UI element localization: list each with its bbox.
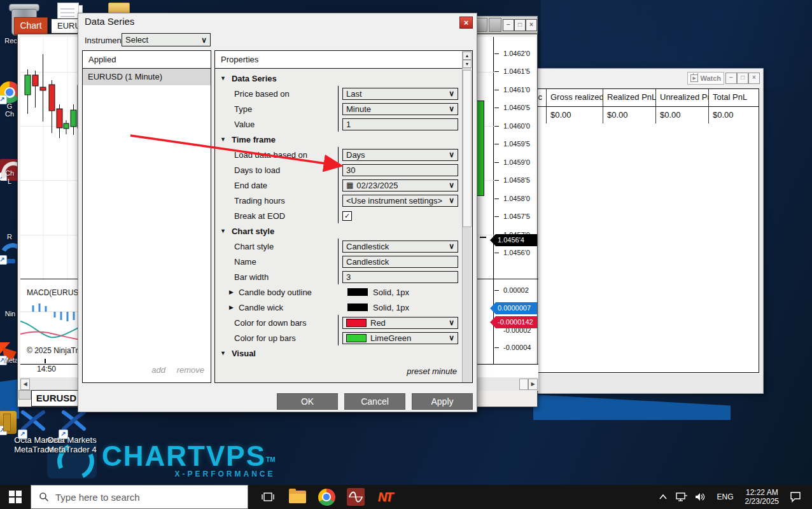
chart-maximize-button[interactable]: □ (514, 19, 526, 31)
chart-close-button[interactable]: × (526, 19, 537, 31)
trading-hours-select[interactable]: <Use instrument settings>∨ (342, 195, 458, 207)
ok-button[interactable]: OK (277, 393, 338, 410)
field-value: Last (346, 89, 362, 99)
scroll-left-button[interactable]: ◀ (20, 379, 30, 390)
value-input[interactable]: 1 (342, 118, 458, 130)
property-label: Price based on (215, 89, 338, 99)
search-placeholder: Type here to search (55, 492, 140, 503)
remove-button[interactable]: remove (177, 365, 204, 375)
blue-app-label[interactable]: R (0, 233, 19, 241)
ninjatrader-data-button[interactable] (341, 485, 370, 509)
chart-minimize-button[interactable]: − (503, 19, 514, 31)
load-data-based-on-select[interactable]: Days∨ (342, 149, 458, 161)
watch-col-realized-pnl[interactable]: Realized PnL (603, 89, 656, 106)
octa-mt4-label-line2[interactable]: MetaTrader 4 (43, 445, 101, 454)
color-down-bars-select[interactable]: Red∨ (342, 317, 458, 329)
section-chart-style[interactable]: ▼Chart style (215, 223, 463, 239)
row-end-date: End date ▦02/23/2025∨ (215, 178, 463, 193)
watch-maximize-button[interactable]: □ (737, 73, 748, 84)
scroll-up-icon[interactable]: ▲ (463, 52, 472, 60)
chrome-desktop-label[interactable]: G (0, 102, 19, 110)
candle-body-outline-value[interactable]: Solid, 1px (338, 284, 463, 300)
indicator-tick: 0.00002 (503, 286, 529, 294)
watch-close-button[interactable]: × (748, 73, 760, 84)
name-input[interactable]: Candlestick (342, 256, 458, 268)
clock[interactable]: 12:22 AM 2/23/2025 (745, 488, 779, 506)
scrollbar-thumb[interactable] (519, 379, 528, 390)
property-label: Bar width (215, 272, 338, 282)
days-to-load-input[interactable]: 30 (342, 164, 458, 176)
watch-minimize-button[interactable]: − (725, 73, 737, 84)
row-bar-width: Bar width 3 (215, 269, 463, 284)
current-price-tag: 1.0456'4 (490, 234, 537, 246)
expand-icon[interactable]: ▶ (229, 289, 234, 295)
watch-col-unrealized-pnl[interactable]: Unrealized Pr (656, 89, 709, 106)
price-tick: 1.0456'0 (503, 249, 530, 256)
chrome-desktop-label2[interactable]: Ch (0, 110, 19, 118)
section-visual[interactable]: ▼Visual (215, 345, 463, 361)
bar-width-input[interactable]: 3 (342, 271, 458, 283)
language-indicator[interactable]: ENG (717, 492, 734, 501)
tab-strip-notch (18, 390, 31, 400)
section-data-series[interactable]: ▼Data Series (215, 71, 463, 86)
properties-header: Properties (215, 51, 462, 69)
data-series-dialog: Data Series × Instrument Select ∨ Applie… (78, 13, 477, 412)
expand-icon[interactable]: ▶ (229, 304, 234, 310)
price-based-on-select[interactable]: Last∨ (342, 88, 458, 100)
dialog-close-button[interactable]: × (459, 17, 473, 29)
property-label: Value (215, 120, 338, 129)
chevron-down-icon: ∨ (449, 243, 454, 249)
taskbar-search[interactable]: Type here to search (31, 485, 248, 509)
notification-center-icon[interactable] (789, 491, 803, 503)
time-axis-tick (45, 359, 46, 363)
chart-toolbar-button-2[interactable] (489, 18, 501, 32)
file-explorer-button[interactable] (283, 485, 312, 509)
apply-button[interactable]: Apply (412, 393, 473, 410)
break-at-eod-checkbox[interactable]: ✓ (342, 211, 352, 221)
task-view-button[interactable] (253, 485, 283, 509)
limegreen-swatch (346, 334, 367, 342)
watch-col-gross-realized[interactable]: Gross realized (547, 89, 603, 106)
applied-header: Applied (83, 51, 211, 69)
volume-icon[interactable] (694, 492, 707, 502)
chart-style-select[interactable]: Candlestick∨ (342, 241, 458, 253)
scrollbar-thumb[interactable] (463, 70, 472, 227)
properties-scrollbar[interactable]: ▲ ▼ (462, 51, 472, 382)
desktop: CHARTVPSTM X-PERFORMANCE Rec ↗ G Ch ↗ Ch… (0, 0, 812, 509)
tray-expand-icon[interactable] (659, 494, 668, 500)
watch-button[interactable]: ▶ Watch (687, 72, 724, 85)
collapse-icon[interactable]: ▼ (220, 350, 226, 356)
chevron-down-icon: ∨ (449, 90, 454, 97)
field-value: 3 (346, 272, 351, 282)
octa-mt4-shortcut[interactable]: ↗ Octa Markets MetaTrader 4 (43, 407, 101, 454)
type-select[interactable]: Minute∨ (342, 103, 458, 115)
collapse-icon[interactable]: ▼ (220, 75, 226, 81)
octa-mt4-label-line1[interactable]: Octa Markets (43, 435, 101, 445)
color-up-bars-select[interactable]: LimeGreen∨ (342, 332, 458, 344)
network-icon[interactable] (675, 492, 688, 502)
annotation-arrow (124, 129, 347, 174)
scroll-right-button[interactable]: ▶ (528, 379, 538, 390)
tab-eurusd[interactable]: EURUSD (31, 390, 81, 407)
calendar-icon: ▦ (346, 181, 353, 190)
end-date-picker[interactable]: ▦02/23/2025∨ (342, 179, 458, 192)
watch-col-total-pnl[interactable]: Total PnL (709, 89, 758, 106)
cancel-button[interactable]: Cancel (344, 393, 405, 410)
collapse-icon[interactable]: ▼ (220, 228, 226, 234)
tab-chart[interactable]: Chart (14, 17, 48, 35)
watch-cell-realized: $0.00 (603, 107, 656, 123)
property-label: Candle wick (239, 303, 283, 312)
start-button[interactable] (0, 485, 31, 509)
candle-wick-value[interactable]: Solid, 1px (338, 300, 463, 315)
instrument-select[interactable]: Select ∨ (122, 33, 211, 46)
red-app-label2[interactable]: L (0, 178, 19, 185)
indicator-tick: -0.00004 (503, 344, 531, 351)
macd-value-tag: 0.0000007 (490, 302, 537, 314)
red-app-label[interactable]: Ch (0, 169, 19, 177)
applied-item-eurusd[interactable]: EURUSD (1 Minute) (83, 69, 211, 85)
price-axis[interactable]: 1.0462'0 1.0461'5 1.0461'0 1.0460'5 1.04… (494, 37, 536, 364)
chrome-taskbar-button[interactable] (312, 485, 341, 509)
add-button[interactable]: add (151, 365, 165, 375)
scroll-down-icon[interactable]: ▼ (463, 60, 472, 68)
ninjatrader-taskbar-button[interactable]: NT (370, 485, 400, 509)
